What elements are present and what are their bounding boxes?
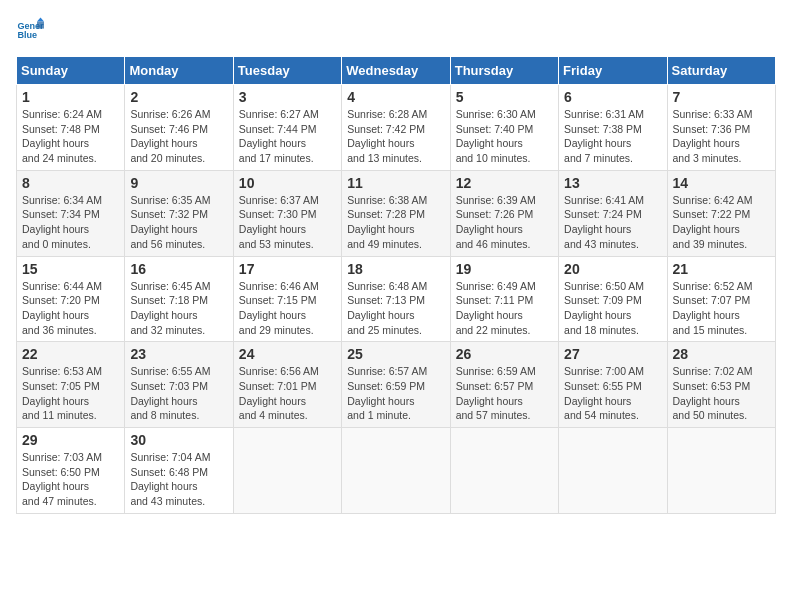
calendar-day-empty: [342, 428, 450, 514]
day-detail: Sunrise: 6:26 AMSunset: 7:46 PMDaylight …: [130, 107, 227, 166]
calendar-day-empty: [450, 428, 558, 514]
day-detail: Sunrise: 6:33 AMSunset: 7:36 PMDaylight …: [673, 107, 770, 166]
day-detail: Sunrise: 6:41 AMSunset: 7:24 PMDaylight …: [564, 193, 661, 252]
day-number: 2: [130, 89, 227, 105]
calendar-day-8: 8Sunrise: 6:34 AMSunset: 7:34 PMDaylight…: [17, 170, 125, 256]
day-detail: Sunrise: 6:50 AMSunset: 7:09 PMDaylight …: [564, 279, 661, 338]
svg-marker-3: [37, 22, 44, 29]
day-number: 29: [22, 432, 119, 448]
day-number: 28: [673, 346, 770, 362]
calendar-day-12: 12Sunrise: 6:39 AMSunset: 7:26 PMDayligh…: [450, 170, 558, 256]
day-number: 5: [456, 89, 553, 105]
day-number: 20: [564, 261, 661, 277]
svg-text:Blue: Blue: [17, 30, 37, 40]
day-number: 30: [130, 432, 227, 448]
day-number: 12: [456, 175, 553, 191]
calendar-day-13: 13Sunrise: 6:41 AMSunset: 7:24 PMDayligh…: [559, 170, 667, 256]
logo-icon: General Blue: [16, 16, 44, 44]
calendar-week-2: 8Sunrise: 6:34 AMSunset: 7:34 PMDaylight…: [17, 170, 776, 256]
day-number: 21: [673, 261, 770, 277]
day-detail: Sunrise: 6:52 AMSunset: 7:07 PMDaylight …: [673, 279, 770, 338]
calendar-day-10: 10Sunrise: 6:37 AMSunset: 7:30 PMDayligh…: [233, 170, 341, 256]
calendar-day-3: 3Sunrise: 6:27 AMSunset: 7:44 PMDaylight…: [233, 85, 341, 171]
day-number: 18: [347, 261, 444, 277]
day-detail: Sunrise: 7:03 AMSunset: 6:50 PMDaylight …: [22, 450, 119, 509]
calendar-day-23: 23Sunrise: 6:55 AMSunset: 7:03 PMDayligh…: [125, 342, 233, 428]
day-detail: Sunrise: 6:57 AMSunset: 6:59 PMDaylight …: [347, 364, 444, 423]
day-number: 8: [22, 175, 119, 191]
calendar-day-empty: [559, 428, 667, 514]
calendar-day-16: 16Sunrise: 6:45 AMSunset: 7:18 PMDayligh…: [125, 256, 233, 342]
calendar-day-30: 30Sunrise: 7:04 AMSunset: 6:48 PMDayligh…: [125, 428, 233, 514]
calendar-day-4: 4Sunrise: 6:28 AMSunset: 7:42 PMDaylight…: [342, 85, 450, 171]
calendar-day-1: 1Sunrise: 6:24 AMSunset: 7:48 PMDaylight…: [17, 85, 125, 171]
day-detail: Sunrise: 6:59 AMSunset: 6:57 PMDaylight …: [456, 364, 553, 423]
calendar-day-empty: [233, 428, 341, 514]
calendar-table: SundayMondayTuesdayWednesdayThursdayFrid…: [16, 56, 776, 514]
day-detail: Sunrise: 6:34 AMSunset: 7:34 PMDaylight …: [22, 193, 119, 252]
day-number: 17: [239, 261, 336, 277]
calendar-week-1: 1Sunrise: 6:24 AMSunset: 7:48 PMDaylight…: [17, 85, 776, 171]
calendar-day-22: 22Sunrise: 6:53 AMSunset: 7:05 PMDayligh…: [17, 342, 125, 428]
calendar-day-27: 27Sunrise: 7:00 AMSunset: 6:55 PMDayligh…: [559, 342, 667, 428]
calendar-day-7: 7Sunrise: 6:33 AMSunset: 7:36 PMDaylight…: [667, 85, 775, 171]
day-number: 16: [130, 261, 227, 277]
day-detail: Sunrise: 6:27 AMSunset: 7:44 PMDaylight …: [239, 107, 336, 166]
day-number: 19: [456, 261, 553, 277]
day-detail: Sunrise: 6:35 AMSunset: 7:32 PMDaylight …: [130, 193, 227, 252]
logo: General Blue: [16, 16, 48, 44]
calendar-day-18: 18Sunrise: 6:48 AMSunset: 7:13 PMDayligh…: [342, 256, 450, 342]
day-number: 23: [130, 346, 227, 362]
calendar-day-6: 6Sunrise: 6:31 AMSunset: 7:38 PMDaylight…: [559, 85, 667, 171]
day-number: 26: [456, 346, 553, 362]
day-number: 3: [239, 89, 336, 105]
day-number: 1: [22, 89, 119, 105]
col-header-monday: Monday: [125, 57, 233, 85]
calendar-day-empty: [667, 428, 775, 514]
day-detail: Sunrise: 6:30 AMSunset: 7:40 PMDaylight …: [456, 107, 553, 166]
calendar-day-25: 25Sunrise: 6:57 AMSunset: 6:59 PMDayligh…: [342, 342, 450, 428]
day-detail: Sunrise: 6:39 AMSunset: 7:26 PMDaylight …: [456, 193, 553, 252]
col-header-saturday: Saturday: [667, 57, 775, 85]
day-detail: Sunrise: 7:00 AMSunset: 6:55 PMDaylight …: [564, 364, 661, 423]
calendar-week-3: 15Sunrise: 6:44 AMSunset: 7:20 PMDayligh…: [17, 256, 776, 342]
calendar-day-11: 11Sunrise: 6:38 AMSunset: 7:28 PMDayligh…: [342, 170, 450, 256]
calendar-day-14: 14Sunrise: 6:42 AMSunset: 7:22 PMDayligh…: [667, 170, 775, 256]
day-detail: Sunrise: 6:56 AMSunset: 7:01 PMDaylight …: [239, 364, 336, 423]
day-detail: Sunrise: 6:37 AMSunset: 7:30 PMDaylight …: [239, 193, 336, 252]
day-number: 10: [239, 175, 336, 191]
day-detail: Sunrise: 6:46 AMSunset: 7:15 PMDaylight …: [239, 279, 336, 338]
page-header: General Blue: [16, 16, 776, 44]
day-number: 6: [564, 89, 661, 105]
day-detail: Sunrise: 6:38 AMSunset: 7:28 PMDaylight …: [347, 193, 444, 252]
calendar-day-24: 24Sunrise: 6:56 AMSunset: 7:01 PMDayligh…: [233, 342, 341, 428]
calendar-day-26: 26Sunrise: 6:59 AMSunset: 6:57 PMDayligh…: [450, 342, 558, 428]
svg-marker-2: [37, 17, 44, 21]
day-detail: Sunrise: 6:53 AMSunset: 7:05 PMDaylight …: [22, 364, 119, 423]
calendar-day-19: 19Sunrise: 6:49 AMSunset: 7:11 PMDayligh…: [450, 256, 558, 342]
day-detail: Sunrise: 6:42 AMSunset: 7:22 PMDaylight …: [673, 193, 770, 252]
day-number: 22: [22, 346, 119, 362]
calendar-day-15: 15Sunrise: 6:44 AMSunset: 7:20 PMDayligh…: [17, 256, 125, 342]
calendar-day-29: 29Sunrise: 7:03 AMSunset: 6:50 PMDayligh…: [17, 428, 125, 514]
day-detail: Sunrise: 6:45 AMSunset: 7:18 PMDaylight …: [130, 279, 227, 338]
day-number: 25: [347, 346, 444, 362]
day-number: 24: [239, 346, 336, 362]
calendar-day-5: 5Sunrise: 6:30 AMSunset: 7:40 PMDaylight…: [450, 85, 558, 171]
day-detail: Sunrise: 6:48 AMSunset: 7:13 PMDaylight …: [347, 279, 444, 338]
calendar-week-5: 29Sunrise: 7:03 AMSunset: 6:50 PMDayligh…: [17, 428, 776, 514]
calendar-day-20: 20Sunrise: 6:50 AMSunset: 7:09 PMDayligh…: [559, 256, 667, 342]
day-detail: Sunrise: 7:02 AMSunset: 6:53 PMDaylight …: [673, 364, 770, 423]
col-header-wednesday: Wednesday: [342, 57, 450, 85]
day-detail: Sunrise: 6:55 AMSunset: 7:03 PMDaylight …: [130, 364, 227, 423]
day-detail: Sunrise: 6:49 AMSunset: 7:11 PMDaylight …: [456, 279, 553, 338]
day-detail: Sunrise: 7:04 AMSunset: 6:48 PMDaylight …: [130, 450, 227, 509]
day-number: 14: [673, 175, 770, 191]
calendar-day-17: 17Sunrise: 6:46 AMSunset: 7:15 PMDayligh…: [233, 256, 341, 342]
col-header-sunday: Sunday: [17, 57, 125, 85]
calendar-day-9: 9Sunrise: 6:35 AMSunset: 7:32 PMDaylight…: [125, 170, 233, 256]
calendar-day-28: 28Sunrise: 7:02 AMSunset: 6:53 PMDayligh…: [667, 342, 775, 428]
day-number: 4: [347, 89, 444, 105]
day-number: 27: [564, 346, 661, 362]
day-number: 11: [347, 175, 444, 191]
